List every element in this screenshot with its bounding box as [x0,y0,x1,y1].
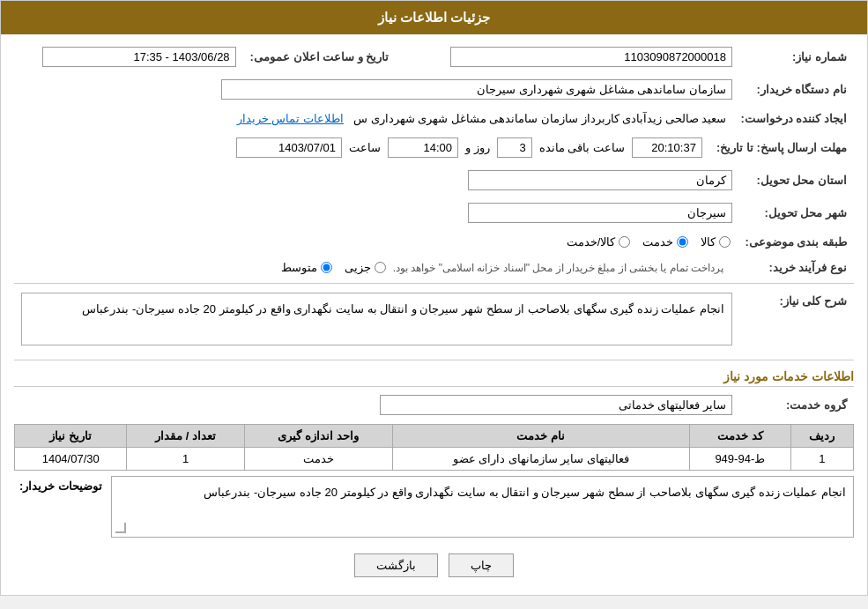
radio-jozvi-input[interactable] [375,262,386,273]
cell-unit: خدمت [244,448,392,471]
buyer-notes-value: انجام عملیات زنده گیری سگهای بلاصاحب از … [111,476,854,538]
radio-khedmat: خدمت [642,235,688,249]
radio-kala-khedmat: کالا/خدمت [567,235,631,249]
need-number-value: 1103090872000018 [450,47,732,67]
radio-kala: کالا [701,235,731,249]
creator-link[interactable]: اطلاعات تماس خریدار [237,112,344,125]
radio-khedmat-input[interactable] [677,236,688,248]
services-section-title: اطلاعات خدمات مورد نیاز [14,369,854,387]
send-days-label: روز و [465,141,490,154]
city-value: سیرجان [468,203,732,223]
customer-org-label: نام دستگاه خریدار: [739,76,854,103]
send-remaining-label: ساعت باقی مانده [539,141,625,154]
service-group-value: سایر فعالیتهای خدماتی [380,395,732,415]
radio-kala-khedmat-input[interactable] [619,236,630,248]
col-header-code: کد خدمت [690,425,791,448]
page-header: جزئیات اطلاعات نیاز [1,1,867,34]
radio-motavaset: متوسط [281,261,332,274]
description-value: انجام عملیات زنده گیری سگهای بلاصاحب از … [21,293,732,345]
page-title: جزئیات اطلاعات نیاز [378,10,490,25]
creator-name: سعید صالحی زیدآبادی کاربرداز سازمان ساما… [353,112,727,125]
print-button[interactable]: چاپ [449,553,514,577]
buttons-row: چاپ بازگشت [14,545,854,586]
radio-khedmat-label: خدمت [642,235,673,249]
announcement-value: 1403/06/28 - 17:35 [42,47,236,67]
cell-date: 1404/07/30 [15,448,127,471]
send-date-value: 1403/07/01 [236,137,342,158]
send-time-value: 14:00 [388,137,458,158]
buyer-notes-label: توضیحات خریدار: [14,476,102,493]
province-value: کرمان [468,170,732,190]
col-header-name: نام خدمت [392,425,689,448]
creator-label: ایجاد کننده درخواست: [733,108,854,129]
cell-quantity: 1 [127,448,244,471]
cell-name: فعالیتهای سایر سازمانهای دارای عضو [392,448,689,471]
process-label: نوع فرآیند خرید: [739,257,854,278]
radio-jozvi: جزیی [345,261,386,274]
table-row: 1ط-94-949فعالیتهای سایر سازمانهای دارای … [15,448,854,471]
process-note: پرداخت تمام یا بخشی از مبلغ خریدار از مح… [393,262,723,274]
province-label: استان محل تحویل: [739,167,854,194]
services-table: ردیف کد خدمت نام خدمت واحد اندازه گیری ت… [14,424,854,471]
send-deadline-label: مهلت ارسال پاسخ: تا تاریخ: [709,134,854,161]
description-label: شرح کلی نیاز: [739,289,854,354]
city-label: شهر محل تحویل: [739,199,854,227]
radio-kala-input[interactable] [719,236,731,248]
back-button[interactable]: بازگشت [354,553,438,577]
customer-org-value: سازمان ساماندهی مشاغل شهری شهرداری سیرجا… [221,79,732,100]
category-label: طبقه بندی موضوعی: [738,232,854,252]
col-header-quantity: تعداد / مقدار [127,425,244,448]
service-group-label: گروه خدمت: [739,391,854,419]
send-remaining-value: 20:10:37 [632,137,702,158]
send-days-value: 3 [497,137,532,158]
cell-row: 1 [790,448,853,471]
radio-kala-khedmat-label: کالا/خدمت [567,235,616,249]
col-header-unit: واحد اندازه گیری [244,425,392,448]
need-number-label: شماره نیاز: [739,43,854,71]
radio-motavaset-input[interactable] [321,262,332,273]
radio-jozvi-label: جزیی [345,261,371,274]
radio-kala-label: کالا [701,235,716,249]
send-time-label: ساعت [349,141,381,154]
announcement-label: تاریخ و ساعت اعلان عمومی: [243,43,397,71]
radio-motavaset-label: متوسط [281,261,317,274]
col-header-row: ردیف [790,425,853,448]
col-header-date: تاریخ نیاز [15,425,127,448]
buyer-notes-row: انجام عملیات زنده گیری سگهای بلاصاحب از … [14,476,854,538]
cell-code: ط-94-949 [690,448,791,471]
